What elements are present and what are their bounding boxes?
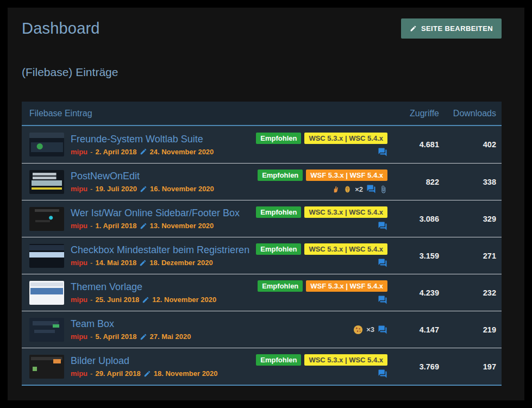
downloads-count: 219 xyxy=(439,325,496,334)
column-header-entry[interactable]: Filebase Eintrag xyxy=(29,109,387,118)
version-badge: WSC 5.3.x | WSC 5.4.x xyxy=(304,206,387,218)
entry-meta: mipu - 14. Mai 2018 18. Dezember 2020 xyxy=(71,259,271,267)
comments-icon[interactable] xyxy=(378,147,387,157)
author-link[interactable]: mipu xyxy=(71,332,87,341)
updated-date: 13. November 2020 xyxy=(150,222,214,230)
views-count: 3.769 xyxy=(387,362,439,371)
pencil-icon xyxy=(140,185,147,193)
reactions-count: ×2 xyxy=(355,185,363,193)
entry-title-link[interactable]: Checkbox Mindestalter beim Registrieren xyxy=(71,244,271,256)
downloads-count: 329 xyxy=(439,215,496,223)
entry-title-link[interactable]: Wer Ist/War Online Sidebar/Footer Box xyxy=(71,208,271,219)
downloads-count: 232 xyxy=(439,288,496,297)
comments-icon[interactable] xyxy=(378,258,387,268)
edit-page-button[interactable]: SEITE BEARBEITEN xyxy=(401,18,502,39)
paperclip-icon xyxy=(379,185,387,193)
recommended-badge: Empfohlen xyxy=(258,170,303,181)
author-link[interactable]: mipu xyxy=(71,369,87,378)
downloads-count: 271 xyxy=(439,252,496,260)
comments-icon[interactable] xyxy=(378,325,387,335)
pencil-icon xyxy=(140,148,147,155)
column-header-views[interactable]: Zugriffe xyxy=(387,109,439,118)
table-row: Themen Vorlage mipu - 25. Juni 2018 12. … xyxy=(22,274,502,311)
cookie-emoji xyxy=(353,325,363,335)
author-link[interactable]: mipu xyxy=(71,296,87,304)
entry-thumbnail[interactable] xyxy=(29,281,64,305)
updated-date: 24. November 2020 xyxy=(150,148,214,156)
entry-thumbnail[interactable] xyxy=(29,318,64,342)
pencil-icon xyxy=(140,333,147,341)
entry-title-link[interactable]: Freunde-System Woltlab Suite xyxy=(71,134,271,145)
pencil-icon xyxy=(410,25,417,32)
comments-icon[interactable] xyxy=(378,369,387,379)
views-count: 3.159 xyxy=(387,252,439,260)
entry-title-link[interactable]: Team Box xyxy=(71,318,271,330)
views-count: 4.147 xyxy=(387,325,439,334)
entry-thumbnail[interactable] xyxy=(29,133,64,156)
entry-meta: mipu - 1. April 2018 13. November 2020 xyxy=(71,222,271,230)
meta-separator: - xyxy=(90,185,92,193)
edit-page-button-label: SEITE BEARBEITEN xyxy=(421,24,493,33)
comments-icon[interactable] xyxy=(366,184,376,194)
filebase-table: Filebase Eintrag Zugriffe Downloads Freu… xyxy=(22,102,502,386)
created-date: 25. Juni 2018 xyxy=(95,296,139,304)
pencil-icon xyxy=(140,222,147,230)
table-row: Bilder Upload mipu - 29. April 2018 18. … xyxy=(22,348,502,385)
comments-icon[interactable] xyxy=(378,295,387,305)
entry-meta: mipu - 29. April 2018 18. November 2020 xyxy=(71,369,271,378)
author-link[interactable]: mipu xyxy=(71,222,87,230)
entry-thumbnail[interactable] xyxy=(29,244,64,268)
author-link[interactable]: mipu xyxy=(71,185,87,193)
updated-date: 16. November 2020 xyxy=(150,185,214,193)
meta-separator: - xyxy=(90,259,92,267)
pencil-icon xyxy=(143,370,151,378)
meta-separator: - xyxy=(90,296,92,304)
updated-date: 12. November 2020 xyxy=(152,296,216,304)
pencil-icon xyxy=(139,259,147,267)
meta-separator: - xyxy=(90,369,92,378)
meta-separator: - xyxy=(90,148,92,156)
entry-thumbnail[interactable] xyxy=(29,170,64,194)
version-badge: WSC 5.3.x | WSC 5.4.x xyxy=(304,133,387,144)
entry-title-link[interactable]: Bilder Upload xyxy=(71,355,271,367)
author-link[interactable]: mipu xyxy=(71,148,87,156)
entry-title-link[interactable]: PostNewOnEdit xyxy=(71,171,271,182)
recommended-badge: Empfohlen xyxy=(256,206,301,218)
version-badge: WSC 5.3.x | WSC 5.4.x xyxy=(304,354,387,366)
recommended-badge: Empfohlen xyxy=(256,243,301,255)
comments-icon[interactable] xyxy=(378,221,387,231)
downloads-count: 338 xyxy=(439,178,496,186)
entry-thumbnail[interactable] xyxy=(29,207,64,231)
rock-hand-emoji xyxy=(332,185,340,193)
section-title: (Filebase) Einträge xyxy=(22,66,502,79)
table-row: Checkbox Mindestalter beim Registrieren … xyxy=(22,237,502,274)
recommended-badge: Empfohlen xyxy=(256,133,301,144)
recommended-badge: Empfohlen xyxy=(258,280,303,292)
entry-meta: mipu - 5. April 2018 27. Mai 2020 xyxy=(71,332,271,341)
author-link[interactable]: mipu xyxy=(71,259,87,267)
table-row: Team Box mipu - 5. April 2018 27. Mai 20… xyxy=(22,311,502,348)
dashboard-panel: Dashboard SEITE BEARBEITEN (Filebase) Ei… xyxy=(8,8,524,400)
downloads-count: 197 xyxy=(439,362,496,371)
version-badge: WSF 5.3.x | WSF 5.4.x xyxy=(306,280,387,292)
page-header: Dashboard SEITE BEARBEITEN xyxy=(22,18,502,39)
entry-meta: mipu - 2. April 2018 24. November 2020 xyxy=(71,148,271,156)
entry-thumbnail[interactable] xyxy=(29,355,64,379)
downloads-count: 402 xyxy=(439,140,496,149)
created-date: 29. April 2018 xyxy=(95,369,140,378)
created-date: 14. Mai 2018 xyxy=(95,259,136,267)
folded-hands-emoji xyxy=(343,185,352,193)
updated-date: 27. Mai 2020 xyxy=(150,332,191,341)
page-title: Dashboard xyxy=(22,20,100,37)
entry-meta: mipu - 19. Juli 2020 16. November 2020 xyxy=(71,185,271,193)
meta-separator: - xyxy=(90,332,92,341)
entry-title-link[interactable]: Themen Vorlage xyxy=(71,281,271,293)
column-header-downloads[interactable]: Downloads xyxy=(439,109,496,118)
views-count: 4.239 xyxy=(387,288,439,297)
table-row: PostNewOnEdit mipu - 19. Juli 2020 16. N… xyxy=(22,163,502,200)
created-date: 5. April 2018 xyxy=(95,332,136,341)
version-badge: WSC 5.3.x | WSC 5.4.x xyxy=(304,243,387,255)
table-row: Wer Ist/War Online Sidebar/Footer Box mi… xyxy=(22,200,502,237)
created-date: 19. Juli 2020 xyxy=(95,185,137,193)
views-count: 3.086 xyxy=(387,215,439,223)
